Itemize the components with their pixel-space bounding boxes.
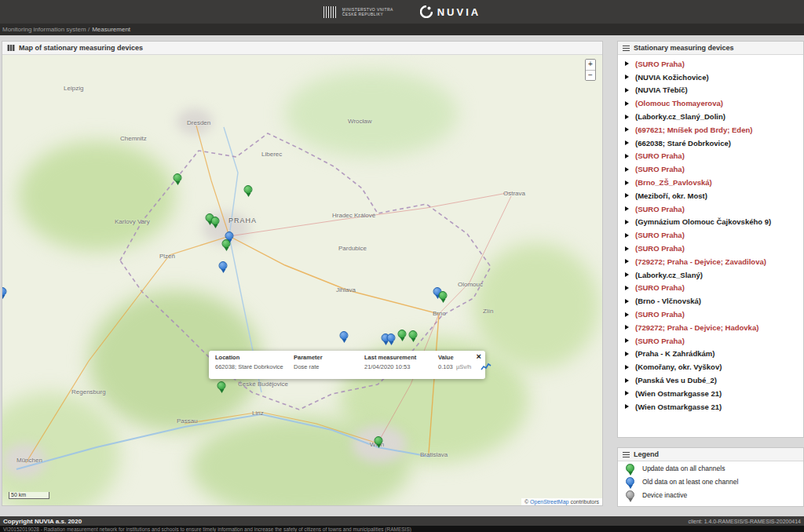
device-list-item[interactable]: (Praha - K Zahrádkám): [618, 348, 803, 361]
expand-arrow-icon[interactable]: [625, 299, 629, 304]
city-label: PRAHA: [228, 217, 257, 224]
expand-arrow-icon[interactable]: [625, 127, 629, 132]
map-marker-green[interactable]: [409, 330, 418, 339]
map[interactable]: Leipzig Dresden Chemnitz Wrocław Liberec…: [2, 55, 602, 505]
device-list-item[interactable]: (Olomouc Thomayerova): [618, 97, 803, 110]
expand-arrow-icon[interactable]: [625, 193, 629, 198]
device-list-item[interactable]: (SURO Praha): [618, 334, 803, 348]
expand-arrow-icon[interactable]: [625, 115, 629, 119]
device-list-item[interactable]: (Komořany, okr. Vyškov): [618, 360, 803, 373]
device-list-item[interactable]: (SURO Praha): [618, 308, 803, 321]
device-list-item[interactable]: (SURO Praha): [618, 242, 803, 255]
city-label: München: [16, 457, 42, 464]
expand-arrow-icon[interactable]: [625, 206, 629, 211]
legend-label: Old data on at least one channel: [642, 478, 738, 486]
expand-arrow-icon[interactable]: [625, 233, 629, 238]
popup-close-icon[interactable]: ×: [477, 352, 481, 361]
city-label: Hradec Králové: [332, 212, 375, 219]
device-list-item[interactable]: (Brno - Vlčnovská): [618, 294, 803, 308]
map-panel: Map of stationary measuring devices: [2, 41, 603, 506]
city-label: Karlovy Vary: [115, 218, 150, 225]
legend-label: Device inactive: [642, 491, 687, 499]
device-list-item[interactable]: (SURO Praha): [618, 162, 803, 176]
expand-arrow-icon[interactable]: [625, 404, 629, 409]
map-icon: [7, 44, 15, 52]
device-list-item[interactable]: (NUVIA Kožichovice): [618, 71, 803, 84]
device-list-item[interactable]: (SURO Praha): [618, 150, 803, 163]
map-marker-green[interactable]: [375, 436, 383, 445]
device-list-item[interactable]: (SURO Praha): [618, 228, 803, 242]
map-marker-green[interactable]: [439, 291, 448, 300]
expand-arrow-icon[interactable]: [625, 312, 629, 317]
map-marker-blue[interactable]: [219, 261, 228, 270]
expand-arrow-icon[interactable]: [625, 167, 629, 172]
city-label: Dresden: [187, 119, 210, 126]
device-list-item[interactable]: (662038; Staré Dobrkovice): [618, 137, 803, 150]
device-list-item[interactable]: (SURO Praha): [618, 57, 803, 71]
map-attribution: © OpenStreetMap contributors: [521, 498, 602, 505]
device-list-item[interactable]: (SURO Praha): [618, 282, 803, 295]
device-list-item[interactable]: (Meziboří, okr. Most): [618, 189, 803, 202]
zoom-in-button[interactable]: +: [586, 60, 595, 70]
map-marker-green[interactable]: [211, 217, 220, 225]
device-list-item[interactable]: (NUVIA Třebíč): [618, 84, 803, 97]
expand-arrow-icon[interactable]: [625, 338, 629, 343]
expand-arrow-icon[interactable]: [625, 365, 629, 370]
popup-last-measurement-value: 21/04/2020 10:53: [364, 363, 435, 371]
legend-label: Update data on all channels: [642, 465, 725, 472]
expand-arrow-icon[interactable]: [625, 286, 629, 290]
device-list-item[interactable]: (SURO Praha): [618, 202, 803, 216]
osm-link[interactable]: OpenStreetMap: [530, 499, 568, 505]
map-marker-green[interactable]: [398, 330, 407, 338]
expand-arrow-icon[interactable]: [625, 272, 629, 277]
expand-arrow-icon[interactable]: [625, 246, 629, 251]
city-label: Bratislava: [420, 451, 448, 458]
map-marker-green[interactable]: [217, 381, 226, 390]
device-list-item[interactable]: (697621; Mníšek pod Brdy; Eden): [618, 123, 803, 137]
device-list-item[interactable]: (Wien Ostmarkgasse 21): [618, 400, 803, 414]
city-label: Linz: [252, 410, 264, 417]
device-list-item[interactable]: (Panská Ves u Dubé_2): [618, 373, 803, 387]
popup-location-value: 662038; Staré Dobrkovice: [215, 363, 291, 371]
map-panel-title: Map of stationary measuring devices: [19, 44, 143, 52]
map-marker-green[interactable]: [244, 185, 253, 194]
gray-marker-icon: [626, 490, 634, 499]
city-label: Olomouc: [458, 281, 483, 288]
expand-arrow-icon[interactable]: [625, 154, 629, 159]
expand-arrow-icon[interactable]: [625, 101, 629, 106]
expand-arrow-icon[interactable]: [625, 75, 629, 79]
expand-arrow-icon[interactable]: [625, 378, 629, 383]
popup-col-value: Value: [438, 354, 477, 361]
device-list-item[interactable]: (729272; Praha - Dejvice; Zavadilova): [618, 255, 803, 268]
expand-arrow-icon[interactable]: [625, 140, 629, 145]
legend-panel: Legend Update data on all channels Old d…: [617, 447, 804, 507]
device-list-item[interactable]: (Gymnázium Olomouc Čajkovského 9): [618, 216, 803, 229]
map-lines: [2, 55, 602, 505]
chart-icon[interactable]: [481, 363, 492, 371]
expand-arrow-icon[interactable]: [625, 88, 629, 93]
city-label: Jihlava: [336, 286, 356, 293]
device-list: (SURO Praha) (NUVIA Kožichovice) (NUVIA …: [618, 55, 803, 414]
expand-arrow-icon[interactable]: [625, 325, 629, 330]
zoom-out-button[interactable]: −: [586, 70, 595, 80]
popup-col-location: Location: [215, 354, 291, 361]
map-marker-green[interactable]: [174, 173, 182, 182]
city-label: Leipzig: [64, 85, 83, 92]
device-list-item[interactable]: (Brno_ZŠ_Pavlovská): [618, 176, 803, 189]
map-marker-blue[interactable]: [340, 331, 349, 340]
expand-arrow-icon[interactable]: [625, 391, 629, 395]
expand-arrow-icon[interactable]: [625, 61, 629, 66]
device-list-item[interactable]: (Laborky.cz_Slaný): [618, 268, 803, 282]
device-list-item[interactable]: (Laborky.cz_Slaný_Dolin): [618, 110, 803, 123]
expand-arrow-icon[interactable]: [625, 220, 629, 224]
footer-project-strip: VI20152019028 - Radiation measurement ne…: [0, 526, 804, 532]
device-list-item[interactable]: (Wien Ostmarkgasse 21): [618, 387, 803, 400]
expand-arrow-icon[interactable]: [625, 180, 629, 185]
map-marker-blue[interactable]: [387, 333, 396, 342]
expand-arrow-icon[interactable]: [625, 352, 629, 356]
expand-arrow-icon[interactable]: [625, 259, 629, 264]
breadcrumb-path[interactable]: Monitoring information system /: [2, 26, 90, 33]
device-list-item[interactable]: (729272; Praha - Dejvice; Hadovka): [618, 321, 803, 334]
map-marker-green[interactable]: [222, 239, 231, 248]
breadcrumb: Monitoring information system / Measurem…: [0, 24, 804, 35]
